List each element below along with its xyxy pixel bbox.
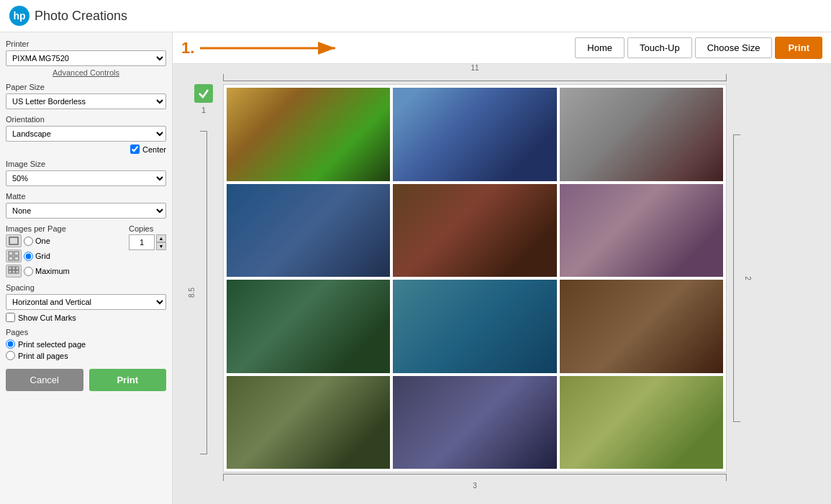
- center-label: Center: [142, 145, 166, 154]
- show-cut-marks-label: Show Cut Marks: [18, 313, 76, 322]
- photo-cell-6: [560, 184, 723, 278]
- copies-section: Copies ▲ ▼: [129, 224, 166, 250]
- ipp-one-label[interactable]: One: [24, 237, 50, 246]
- svg-rect-9: [16, 267, 19, 270]
- matte-label: Matte: [6, 192, 166, 201]
- step-indicator: 1.: [181, 38, 344, 58]
- copies-down-button[interactable]: ▼: [156, 242, 166, 250]
- copies-label: Copies: [129, 224, 166, 233]
- pages-label: Pages: [6, 328, 166, 336]
- spacing-select[interactable]: Horizontal and Vertical Horizontal Verti…: [6, 294, 166, 310]
- touchup-nav-button[interactable]: Touch-Up: [627, 37, 692, 58]
- printer-label: Printer: [6, 40, 166, 48]
- canvas-area[interactable]: 11 1 8: [173, 64, 831, 504]
- advanced-controls-link[interactable]: Advanced Controls: [6, 68, 166, 77]
- svg-rect-3: [9, 252, 13, 255]
- svg-rect-6: [14, 257, 19, 260]
- ruler-left-label: 8.5: [188, 288, 196, 298]
- photo-cell-11: [393, 376, 556, 469]
- right-area: 1. Home Touch-Up Choose Size Print: [173, 32, 831, 504]
- svg-rect-7: [9, 267, 12, 270]
- ipp-one-row: One: [6, 234, 122, 247]
- ipp-maximum-icon: [6, 265, 22, 278]
- svg-rect-11: [12, 270, 15, 273]
- page-number-label: 1: [201, 106, 206, 114]
- step-arrow-icon: [200, 38, 344, 58]
- ipp-grid-label[interactable]: Grid: [24, 252, 50, 261]
- print-all-row: Print all pages: [6, 351, 166, 360]
- ipp-one-icon: [6, 234, 22, 247]
- photo-cell-2: [393, 88, 556, 181]
- print-selected-radio[interactable]: [6, 339, 15, 349]
- logo-area: hp Photo Creations: [9, 5, 127, 27]
- spacing-row: Horizontal and Vertical Horizontal Verti…: [6, 294, 166, 310]
- center-checkbox[interactable]: [130, 145, 140, 154]
- photo-cell-1: [227, 88, 390, 181]
- show-cut-marks-row: Show Cut Marks: [6, 313, 166, 322]
- copies-arrows: ▲ ▼: [156, 234, 166, 250]
- matte-select[interactable]: None White Black: [6, 203, 166, 219]
- center-row: Center: [6, 145, 166, 154]
- hp-logo-icon: hp: [9, 5, 30, 27]
- step-number: 1.: [181, 39, 194, 58]
- svg-rect-5: [9, 257, 13, 260]
- home-nav-button[interactable]: Home: [575, 37, 625, 58]
- svg-rect-2: [9, 237, 18, 244]
- ipp-one-radio[interactable]: [24, 237, 33, 246]
- photo-cell-10: [227, 376, 390, 469]
- page-row: 1 8.5: [187, 84, 817, 472]
- ipp-grid-radio[interactable]: [24, 252, 33, 261]
- orientation-select[interactable]: Landscape Portrait: [6, 126, 166, 142]
- orientation-label: Orientation: [6, 115, 166, 124]
- left-panel: Printer PIXMA MG7520 Advanced Controls P…: [0, 32, 173, 504]
- print-nav-button[interactable]: Print: [775, 37, 822, 59]
- print-selected-label: Print selected page: [18, 340, 86, 349]
- copies-up-button[interactable]: ▲: [156, 234, 166, 242]
- choosesize-nav-button[interactable]: Choose Size: [695, 37, 773, 58]
- copies-input-row: ▲ ▼: [129, 234, 166, 250]
- svg-rect-8: [12, 267, 15, 270]
- photo-cell-4: [227, 184, 390, 278]
- print-all-label: Print all pages: [18, 352, 68, 360]
- main-layout: Printer PIXMA MG7520 Advanced Controls P…: [0, 32, 831, 504]
- image-size-label: Image Size: [6, 160, 166, 168]
- photo-cell-12: [560, 376, 723, 469]
- paper-size-select[interactable]: US Letter Borderless US Letter 4x6 5x7: [6, 93, 166, 109]
- photo-cell-5: [393, 184, 556, 278]
- spacing-label: Spacing: [6, 283, 166, 292]
- photo-cell-7: [227, 280, 390, 373]
- photo-cell-9: [560, 280, 723, 373]
- ipp-grid-row: Grid: [6, 249, 122, 262]
- show-cut-marks-checkbox[interactable]: [6, 313, 15, 322]
- app-header: hp Photo Creations: [0, 0, 831, 32]
- nav-bar: 1. Home Touch-Up Choose Size Print: [173, 32, 831, 64]
- page-check-badge: [194, 84, 213, 103]
- photo-cell-3: [560, 88, 723, 181]
- ruler-right-label: 2: [745, 276, 753, 280]
- ruler-top-label: 11: [471, 64, 478, 72]
- ipp-grid-icon: [6, 249, 22, 262]
- photo-cell-8: [393, 280, 556, 373]
- svg-rect-4: [14, 252, 19, 255]
- svg-rect-10: [9, 270, 12, 273]
- ipp-maximum-radio[interactable]: [24, 267, 33, 276]
- print-all-radio[interactable]: [6, 351, 15, 360]
- print-selected-row: Print selected page: [6, 339, 166, 349]
- ipp-maximum-label[interactable]: Maximum: [24, 267, 70, 276]
- app-title: Photo Creations: [35, 9, 127, 24]
- images-per-page-label: Images per Page: [6, 224, 122, 233]
- pages-section: Pages Print selected page Print all page…: [6, 328, 166, 360]
- image-size-select[interactable]: 50% 25% 75% 100% Fit Page: [6, 170, 166, 186]
- button-row: Cancel Print: [6, 369, 166, 391]
- ipp-maximum-row: Maximum: [6, 265, 122, 278]
- print-button[interactable]: Print: [89, 369, 167, 391]
- print-page: [223, 84, 727, 472]
- printer-select[interactable]: PIXMA MG7520: [6, 50, 166, 66]
- copies-input[interactable]: [129, 234, 155, 250]
- ruler-bottom-label: 3: [473, 482, 477, 490]
- cancel-button[interactable]: Cancel: [6, 369, 83, 391]
- svg-text:hp: hp: [13, 10, 25, 22]
- svg-rect-12: [16, 270, 19, 273]
- paper-size-label: Paper Size: [6, 83, 166, 91]
